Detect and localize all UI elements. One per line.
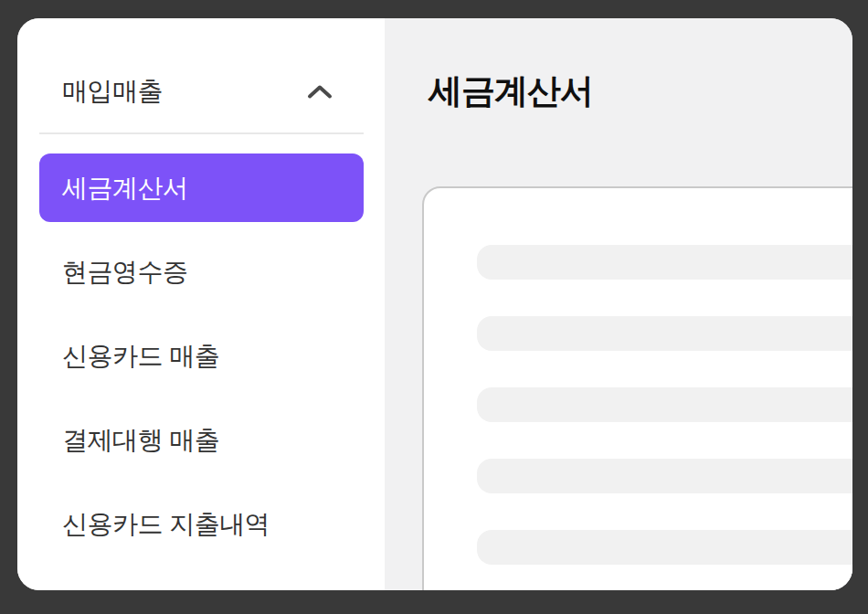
- sidebar-divider: [39, 132, 364, 134]
- skeleton-row: [477, 530, 852, 565]
- sidebar-group-label: 매입매출: [62, 74, 163, 109]
- sidebar-item-tax-invoice[interactable]: 세금계산서: [39, 154, 364, 222]
- sidebar-item-payment-agency-sales[interactable]: 결제대행 매출: [39, 406, 364, 474]
- sidebar-item-credit-card-expenses[interactable]: 신용카드 지출내역: [39, 490, 364, 558]
- sidebar-item-credit-card-sales[interactable]: 신용카드 매출: [39, 322, 364, 390]
- page-title: 세금계산서: [429, 71, 852, 111]
- sidebar-group-header[interactable]: 매입매출: [39, 75, 364, 108]
- skeleton-row: [477, 387, 852, 422]
- skeleton-row: [477, 245, 852, 280]
- main-panel: 세금계산서: [385, 18, 852, 590]
- content-card: [422, 186, 852, 590]
- chevron-up-icon[interactable]: [306, 84, 333, 100]
- sidebar-menu: 세금계산서 현금영수증 신용카드 매출 결제대행 매출 신용카드 지출내역: [39, 154, 364, 558]
- skeleton-row: [477, 316, 852, 351]
- sidebar-item-cash-receipt[interactable]: 현금영수증: [39, 238, 364, 306]
- sidebar: 매입매출 세금계산서 현금영수증 신용카드 매출 결제대행 매출 신용카드 지출…: [17, 18, 385, 590]
- skeleton-row: [477, 459, 852, 493]
- app-window: 매입매출 세금계산서 현금영수증 신용카드 매출 결제대행 매출 신용카드 지출…: [17, 18, 852, 590]
- backdrop: 매입매출 세금계산서 현금영수증 신용카드 매출 결제대행 매출 신용카드 지출…: [0, 0, 868, 614]
